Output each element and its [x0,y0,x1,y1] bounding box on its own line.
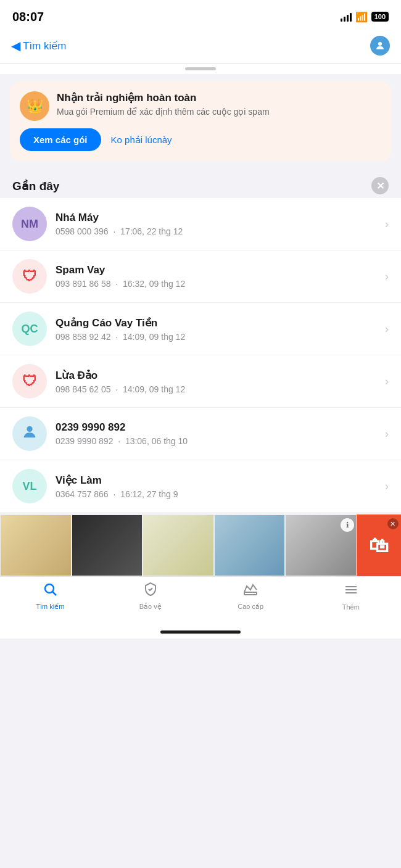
list-item[interactable]: VL Việc Làm 0364 757 866 · 16:12, 27 thg… [0,460,401,512]
svg-line-3 [53,592,57,596]
item-info: Spam Vay 093 891 86 58 · 16:32, 09 thg 1… [56,264,376,289]
item-info: Quảng Cáo Vay Tiền 098 858 92 42 · 14:09… [56,316,376,342]
item-detail: 0598 000 396 · 17:06, 22 thg 12 [56,226,376,236]
ad-info-icon[interactable]: ℹ [341,518,354,532]
avatar: NM [12,207,47,241]
status-bar: 08:07 📶 100 [0,0,401,31]
status-icons: 📶 100 [341,11,389,23]
home-pill [160,630,241,634]
svg-point-2 [45,584,54,593]
not-now-button[interactable]: Ko phải lúcnày [111,134,172,146]
person-icon [21,423,38,444]
recent-section-header: Gần đây ✕ [0,168,401,198]
clear-recent-button[interactable]: ✕ [371,177,389,194]
more-icon [344,582,358,601]
premium-description: Mua gói Premium để xác định thêm các cuộ… [57,107,270,117]
back-button[interactable]: ◀ Tìm kiếm [11,38,66,53]
chevron-right-icon: › [385,218,389,231]
nav-item-premium[interactable]: Cao cấp [200,582,301,611]
chevron-right-icon: › [385,480,389,493]
list-item[interactable]: QC Quảng Cáo Vay Tiền 098 858 92 42 · 14… [0,303,401,355]
premium-text: Nhận trải nghiệm hoàn toàn Mua gói Premi… [57,91,270,117]
ad-close-button[interactable]: ✕ [387,518,399,529]
status-time: 08:07 [12,10,44,24]
item-info: 0239 9990 892 0239 9990 892 · 13:06, 06 … [56,421,376,446]
item-name: Việc Làm [56,474,376,487]
search-icon [43,582,57,600]
item-detail: 093 891 86 58 · 16:32, 09 thg 12 [56,279,376,289]
item-detail: 098 845 62 05 · 14:09, 09 thg 12 [56,384,376,394]
back-label: Tìm kiếm [23,39,66,52]
battery-indicator: 100 [371,12,389,22]
ad-thumbnail-4 [214,515,286,576]
avatar: VL [12,469,47,503]
premium-crown-icon: 👑 [20,91,49,121]
item-detail: 0364 757 866 · 16:12, 27 thg 9 [56,489,376,499]
nav-premium-label: Cao cấp [238,603,263,611]
chevron-right-icon: › [385,428,389,440]
item-info: Việc Làm 0364 757 866 · 16:12, 27 thg 9 [56,474,376,499]
list-item[interactable]: NM Nhá Máy 0598 000 396 · 17:06, 22 thg … [0,198,401,250]
nav-protect-label: Bảo vệ [139,603,162,611]
item-info: Nhá Máy 0598 000 396 · 17:06, 22 thg 12 [56,212,376,236]
ad-thumbnail-1 [0,515,72,576]
signal-icon [341,12,352,22]
nav-item-more[interactable]: Thêm [301,582,402,611]
item-name: Spam Vay [56,264,376,276]
premium-title: Nhận trải nghiệm hoàn toàn [57,91,270,104]
recent-title: Gần đây [12,179,59,193]
premium-top: 👑 Nhận trải nghiệm hoàn toàn Mua gói Pre… [20,91,381,121]
chevron-right-icon: › [385,323,389,336]
avatar: 🛡 [12,364,47,399]
chevron-right-icon: › [385,375,389,388]
item-detail: 098 858 92 42 · 14:09, 09 thg 12 [56,332,376,342]
scroll-indicator [0,64,401,74]
shield-icon: 🛡 [22,373,37,390]
item-detail: 0239 9990 892 · 13:06, 06 thg 10 [56,436,376,446]
scroll-pill [185,67,216,70]
svg-point-0 [378,42,382,46]
nav-more-label: Thêm [342,603,360,611]
bottom-nav: Tìm kiếm Bảo vệ Cao cấp Thêm [0,576,401,626]
nav-search-label: Tìm kiếm [36,603,64,611]
avatar: 🛡 [12,259,47,294]
avatar: QC [12,312,47,346]
list-item[interactable]: 🛡 Spam Vay 093 891 86 58 · 16:32, 09 thg… [0,250,401,303]
recent-list: NM Nhá Máy 0598 000 396 · 17:06, 22 thg … [0,198,401,512]
premium-banner: 👑 Nhận trải nghiệm hoàn toàn Mua gói Pre… [10,81,391,161]
protect-icon [143,582,158,600]
premium-icon [243,582,258,600]
avatar [12,416,47,451]
svg-rect-4 [244,592,257,595]
back-arrow-icon: ◀ [11,38,20,53]
ad-thumbnail-2 [72,515,143,576]
list-item[interactable]: 0239 9990 892 0239 9990 892 · 13:06, 06 … [0,408,401,460]
item-name: 0239 9990 892 [56,421,376,434]
svg-point-1 [27,426,32,432]
list-item[interactable]: 🛡 Lừa Đảo 098 845 62 05 · 14:09, 09 thg … [0,355,401,408]
shopee-ad[interactable]: 🛍 ✕ [357,515,401,576]
shield-icon: 🛡 [22,268,37,285]
nav-item-protect[interactable]: Bảo vệ [101,582,201,611]
wifi-icon: 📶 [355,11,368,23]
view-plans-button[interactable]: Xem các gói [20,128,101,151]
home-indicator [0,626,401,639]
ad-thumbnail-3 [143,515,214,576]
chevron-right-icon: › [385,270,389,283]
item-info: Lừa Đảo 098 845 62 05 · 14:09, 09 thg 12 [56,369,376,394]
nav-bar: ◀ Tìm kiếm [0,31,401,64]
item-name: Nhá Máy [56,212,376,224]
item-name: Quảng Cáo Vay Tiền [56,316,376,329]
nav-right-icons [370,36,390,56]
item-name: Lừa Đảo [56,369,376,382]
profile-icon[interactable] [370,36,390,56]
ad-banner[interactable]: 🛍 ✕ ℹ [0,515,401,576]
premium-actions: Xem các gói Ko phải lúcnày [20,128,381,151]
nav-item-search[interactable]: Tìm kiếm [0,582,101,611]
